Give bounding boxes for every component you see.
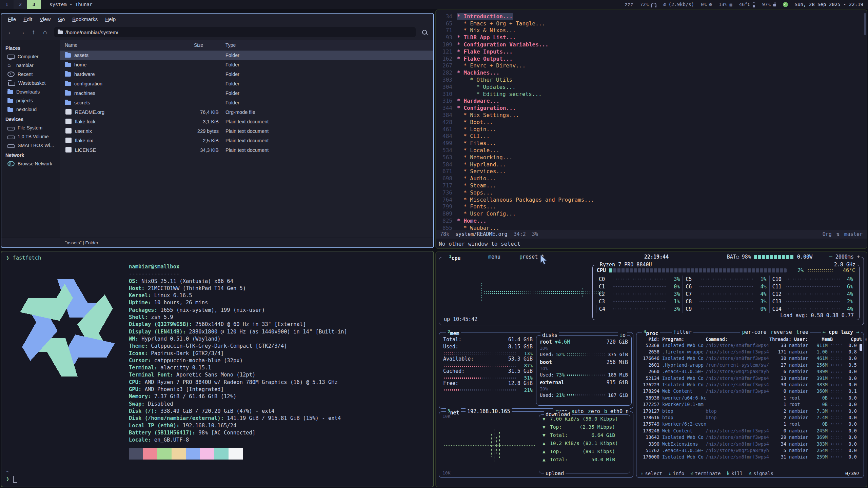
sidebar-device-item[interactable]: 1,0 TB Volume [1,132,60,141]
org-heading-line[interactable]: 344 * Configuration... [436,104,867,111]
org-heading-line[interactable]: 584 * Hyprland... [436,161,867,168]
file-row[interactable]: home Folder [60,60,433,69]
column-header-size[interactable]: Size [191,42,222,48]
path-bar[interactable]: /home/nambiar/system/ [54,27,416,37]
org-heading-line[interactable]: 736 * Sops... [436,189,867,196]
process-row[interactable]: 178294 Web Content /nix/store/sm8fmrf3wp… [636,388,864,394]
menu-item[interactable]: File [5,15,19,23]
org-heading-line[interactable]: 109 * Configuration Variables... [436,41,867,48]
file-row[interactable]: hardware Folder [60,69,433,79]
file-row[interactable]: user.nix 229 bytes Plain text document [60,126,433,136]
org-heading-line[interactable]: 698 * Audio... [436,175,867,182]
menu-item[interactable]: Bookmarks [69,15,101,23]
col-pid[interactable]: Pid: [640,337,659,342]
org-heading-line[interactable]: 671 * Services... [436,168,867,175]
org-heading-line[interactable]: 384 * Nix Settings... [436,111,867,119]
org-heading-line[interactable]: 534 * Locale... [436,147,867,154]
proc-toggle-button[interactable]: per-core [742,329,766,335]
process-row[interactable]: 177257 kworker/10:1-mm_ 1 root 0B 0.0 [636,401,864,408]
process-row[interactable]: 52368 Isolated Web Co /nix/store/sm8fmrf… [636,342,864,348]
org-heading-line[interactable]: 799 * Fonts... [436,203,867,210]
org-heading-line[interactable]: 717 * Steam... [436,182,867,189]
org-heading-line[interactable]: 563 * Networking... [436,154,867,161]
process-row[interactable]: 52134 Isolated Web Co /nix/store/sm8fmrf… [636,375,864,381]
process-row[interactable]: 176223 Isolated Web Co /nix/store/sm8fmr… [636,381,864,388]
updates-module[interactable] [783,2,788,7]
terminal-cursor[interactable] [13,476,17,483]
column-header-type[interactable]: Type [222,42,433,48]
keybind-hint[interactable]: kkill [727,471,743,476]
menu-item[interactable]: View [37,15,54,23]
net-toggle-button[interactable]: b eth0 n [604,408,629,414]
emacs-scrollbar[interactable] [864,13,866,35]
col-program[interactable]: Program: [662,337,706,342]
org-heading-line[interactable]: 303 * Other Utils [436,76,867,83]
org-heading-line[interactable]: 310 * Editing secrets... [436,90,867,98]
process-row[interactable]: 2601 .Hyprland-wrapp /run/current-system… [636,362,864,368]
file-row[interactable]: LICENSE 34,3 KiB Plain text document [60,145,433,155]
proc-scrollbar[interactable] [860,344,862,351]
io-toggle[interactable]: io [618,332,627,338]
battery-module[interactable]: 97% [762,2,776,7]
org-heading-line[interactable]: 121 * Flake Inputs... [436,48,867,55]
col-user[interactable]: User: [794,337,816,342]
back-button[interactable]: ← [5,27,16,38]
org-heading-line[interactable]: 316 * Hardware... [436,98,867,105]
file-row[interactable]: machines Folder [60,88,433,98]
org-heading-line[interactable]: 162 * Flake Output... [436,55,867,62]
workspace-button[interactable]: 2 [14,0,27,9]
col-mem[interactable]: MemB [816,337,833,342]
sidebar-device-item[interactable]: File System [1,123,60,132]
keybind-hint[interactable]: ⏎terminate [690,471,721,476]
file-row[interactable]: secrets Folder [60,98,433,107]
home-button[interactable]: ⌂ [39,27,51,38]
search-button[interactable] [419,27,430,38]
sort-mode[interactable]: cpu lazy [821,329,861,335]
menu-item[interactable]: Go [55,15,68,23]
process-row[interactable]: 3390 WebExtensions /nix/store/sm8fmrf3wp… [636,441,864,447]
forward-button[interactable]: → [16,27,28,38]
col-command[interactable]: Command: [706,337,769,342]
process-row[interactable]: 51762 .emacs-31.0.50- /nix/store/wnqz5pa… [636,447,864,453]
keybind-hint[interactable]: ↓info [668,471,684,476]
org-heading-line[interactable]: 484 * CLI... [436,133,867,140]
volume-module[interactable]: 72% [640,2,656,7]
temperature-module[interactable]: 46°C [739,2,755,7]
proc-box-title[interactable]: 4proc [642,329,660,337]
workspace-button[interactable]: 3 [27,0,41,9]
clock-module[interactable]: Sun, 28 Sep 2025 - 22:19 [795,2,863,7]
mem-box-title[interactable]: 2mem [446,329,461,337]
process-row[interactable]: 2660 .emacs-31.0.50- /nix/store/wnqz5pa8… [636,368,864,375]
net-toggle-button[interactable]: auto [572,408,584,414]
sidebar-item[interactable]: nextcloud [1,105,60,114]
terminal-content[interactable]: ❯ fastfetch [1,251,433,487]
keybind-hint[interactable]: ↑select [640,471,662,476]
file-row[interactable]: flake.lock 3,1 KiB Plain text document [60,117,433,126]
network-module[interactable]: (2.9kb/s) [663,2,694,7]
file-row[interactable]: README.org 76,4 KiB Org-mode file [60,107,433,117]
menu-item[interactable]: Help [102,15,119,23]
process-row[interactable]: 2658 .firefox-wrappe /nix/store/sm8fmrf3… [636,348,864,355]
col-cpu[interactable]: Cpu% ↑ [850,337,867,342]
process-row[interactable]: 38936 kworker/u64:6-kc 1 root 0B 0.0 [636,394,864,401]
sidebar-item[interactable]: Wastebasket [1,79,60,87]
proc-toggle-button[interactable]: tree [796,329,808,335]
net-toggle-button[interactable]: zero [588,408,600,414]
update-interval-control[interactable]: ─ 2000ms + [828,254,862,260]
sidebar-item[interactable]: Computer [1,52,60,61]
column-header-name[interactable]: Name [60,42,191,48]
sidebar-item[interactable]: nambiar [1,61,60,70]
file-row[interactable]: assets Folder [60,50,433,60]
org-heading-line[interactable]: 809 * User Config... [436,210,867,217]
filter-button[interactable]: filter [672,329,693,335]
process-row[interactable]: 179127 btop btop 2 nambiar 7.3M 0.0 [636,408,864,414]
sidebar-device-item[interactable]: SMALLBOX Wi... [1,141,60,150]
file-row[interactable]: configuration Folder [60,79,433,88]
cpu-module[interactable]: 0% [701,2,712,7]
idle-module[interactable]: zzz [625,2,633,7]
org-heading-line[interactable]: 93 * TLDR App List... [436,34,867,41]
org-heading-line[interactable]: 304 * Updates... [436,83,867,90]
process-row[interactable]: 176646 Isolated Web Co /nix/store/sm8fmr… [636,355,864,362]
org-heading-line[interactable]: 825 * Home... [436,217,867,224]
sidebar-item[interactable]: projects [1,96,60,105]
